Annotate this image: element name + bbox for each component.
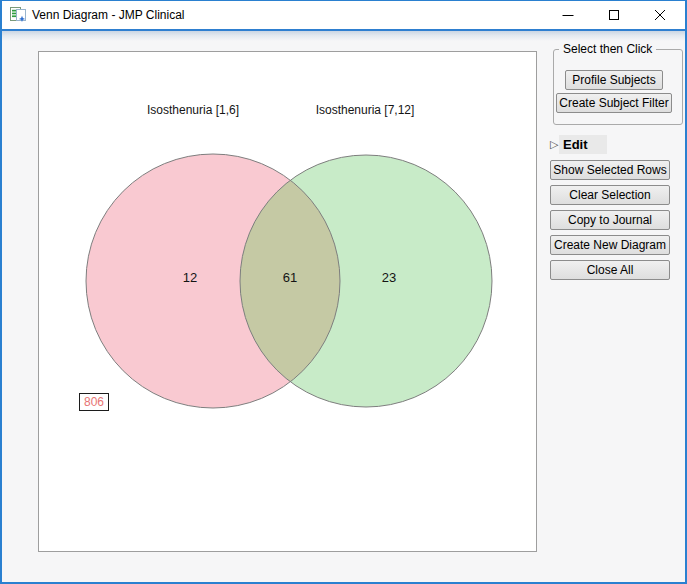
titlebar: Venn Diagram - JMP Clinical <box>2 1 685 29</box>
maximize-icon <box>608 9 620 21</box>
outside-count-box[interactable]: 806 <box>79 393 109 411</box>
create-new-diagram-button[interactable]: Create New Diagram <box>550 235 670 255</box>
close-all-button[interactable]: Close All <box>550 260 670 280</box>
create-subject-filter-button[interactable]: Create Subject Filter <box>556 93 672 113</box>
app-icon <box>10 7 26 23</box>
right-set-label: Isosthenuria [7,12] <box>316 103 415 117</box>
left-only-count: 12 <box>183 270 197 285</box>
copy-to-journal-button[interactable]: Copy to Journal <box>550 210 670 230</box>
close-icon <box>654 9 666 21</box>
right-only-count: 23 <box>382 270 396 285</box>
app-window: Venn Diagram - JMP Clinical <box>0 0 687 584</box>
group-title: Select then Click <box>559 42 656 56</box>
edit-outline-header[interactable]: Edit <box>559 135 607 154</box>
titlebar-accent-fade <box>2 31 685 41</box>
minimize-button[interactable] <box>545 1 591 29</box>
show-selected-rows-button[interactable]: Show Selected Rows <box>550 160 670 180</box>
maximize-button[interactable] <box>591 1 637 29</box>
venn-canvas: Isosthenuria [1,6] Isosthenuria [7,12] 1… <box>38 51 537 552</box>
left-set-label: Isosthenuria [1,6] <box>147 103 239 117</box>
window-title: Venn Diagram - JMP Clinical <box>32 1 185 29</box>
close-button[interactable] <box>637 1 683 29</box>
profile-subjects-button[interactable]: Profile Subjects <box>565 70 663 90</box>
minimize-icon <box>562 9 574 21</box>
clear-selection-button[interactable]: Clear Selection <box>550 185 670 205</box>
disclosure-triangle-icon[interactable]: ▷ <box>550 137 558 151</box>
intersection-count: 61 <box>283 270 297 285</box>
venn-diagram <box>39 52 536 551</box>
outside-count: 806 <box>84 395 104 409</box>
